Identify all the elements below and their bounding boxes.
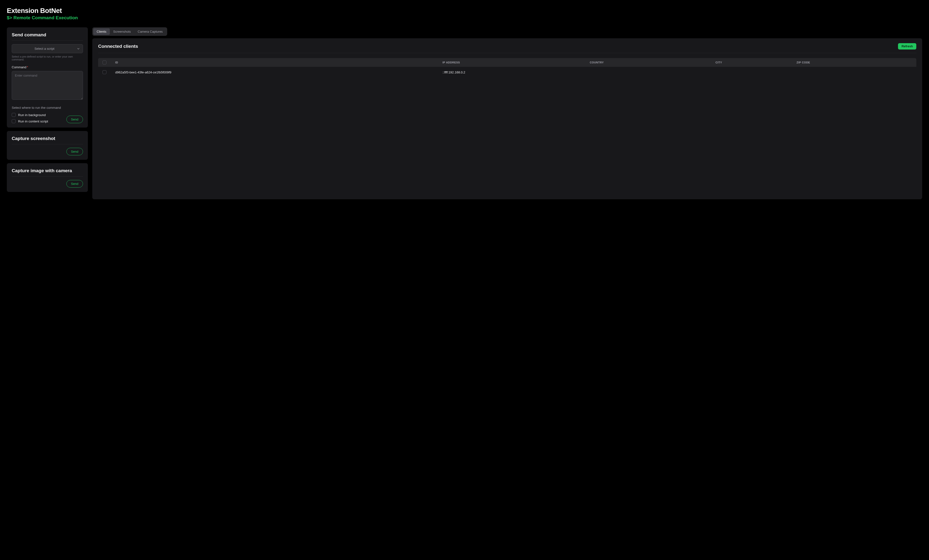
run-content-script-label: Run in content script (18, 119, 48, 123)
column-ip: IP ADDRESS (439, 58, 586, 67)
cell-city (712, 67, 793, 78)
main-content: Clients Screenshots Camera Captures Conn… (92, 27, 922, 199)
tab-clients[interactable]: Clients (93, 28, 110, 35)
column-id: ID (112, 58, 439, 67)
capture-screenshot-card: Capture screenshot Send (7, 131, 88, 160)
capture-camera-title: Capture image with camera (12, 168, 83, 177)
clients-table: ID IP ADDRESS COUNTRY CITY ZIP CODE d962… (98, 58, 916, 78)
run-where-label: Select where to run the command (12, 106, 83, 110)
run-content-script-checkbox[interactable] (12, 119, 15, 123)
page-subtitle: $> Remote Command Execution (7, 15, 922, 20)
page-title: Extension BotNet (7, 7, 922, 15)
script-select[interactable]: Select a script (12, 44, 83, 53)
capture-camera-button[interactable]: Send (66, 180, 83, 188)
send-command-title: Send command (12, 32, 83, 41)
cell-id: d962a5f3-bee1-43fe-a624-ce1fb5f009f9 (112, 67, 439, 78)
tab-screenshots[interactable]: Screenshots (110, 28, 134, 35)
page-header: Extension BotNet $> Remote Command Execu… (7, 7, 922, 20)
connected-clients-panel: Connected clients Refresh ID IP ADDRESS … (92, 38, 922, 199)
select-all-checkbox[interactable] (103, 61, 106, 64)
row-checkbox[interactable] (103, 70, 106, 74)
run-background-label: Run in background (18, 113, 46, 117)
command-label: Command* (12, 65, 83, 69)
command-input[interactable] (12, 71, 83, 100)
column-zip: ZIP CODE (793, 58, 916, 67)
column-city: CITY (712, 58, 793, 67)
sidebar: Send command Select a script Select a pr… (7, 27, 88, 192)
table-row: d962a5f3-bee1-43fe-a624-ce1fb5f009f9 ::f… (98, 67, 916, 78)
required-marker: * (27, 65, 28, 69)
send-command-card: Send command Select a script Select a pr… (7, 27, 88, 127)
cell-country (586, 67, 712, 78)
tabs: Clients Screenshots Camera Captures (92, 27, 167, 36)
capture-screenshot-button[interactable]: Send (66, 148, 83, 155)
cell-ip: ::ffff:192.168.0.2 (439, 67, 586, 78)
script-help-text: Select a pre-defined script to run, or e… (12, 55, 83, 61)
tab-camera-captures[interactable]: Camera Captures (134, 28, 166, 35)
run-background-checkbox[interactable] (12, 113, 15, 117)
capture-camera-card: Capture image with camera Send (7, 163, 88, 192)
capture-screenshot-title: Capture screenshot (12, 136, 83, 144)
connected-clients-title: Connected clients (98, 44, 138, 49)
send-command-button[interactable]: Send (66, 116, 83, 123)
refresh-button[interactable]: Refresh (898, 43, 916, 49)
table-header-row: ID IP ADDRESS COUNTRY CITY ZIP CODE (98, 58, 916, 67)
column-country: COUNTRY (586, 58, 712, 67)
cell-zip (793, 67, 916, 78)
